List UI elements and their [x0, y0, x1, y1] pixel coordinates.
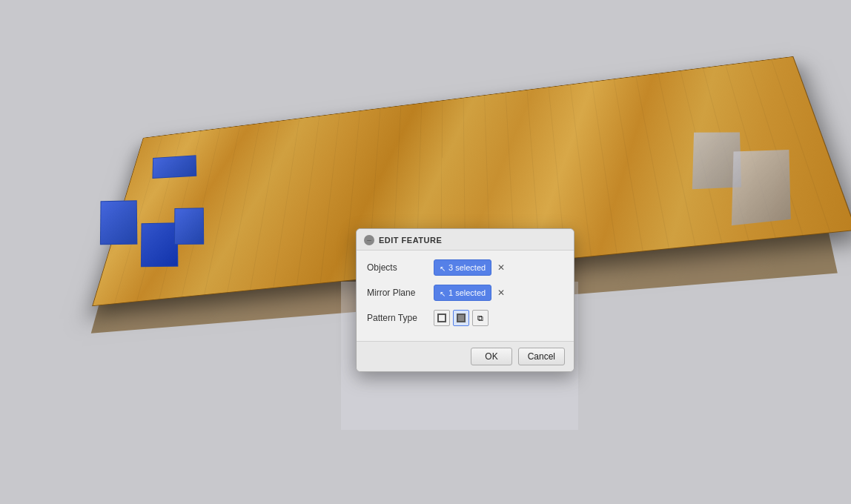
mirror-plane-row: Mirror Plane 1 selected ✕ [367, 283, 563, 302]
edit-feature-dialog[interactable]: EDIT FEATURE Objects 3 selected ✕ Mirror… [356, 228, 574, 372]
mirror-plane-selection-text: 1 selected [448, 288, 486, 297]
dialog-header: EDIT FEATURE [357, 229, 574, 251]
dialog-minus-icon[interactable] [364, 235, 374, 245]
objects-selection-text: 3 selected [448, 263, 486, 272]
blue-bracket-3 [174, 208, 204, 245]
pattern-empty-icon [437, 314, 446, 322]
pattern-type-square-button[interactable] [453, 310, 469, 326]
objects-row: Objects 3 selected ✕ [367, 258, 563, 277]
gray-bracket-2 [732, 150, 791, 225]
dialog-body: Objects 3 selected ✕ Mirror Plane 1 sele… [357, 251, 574, 341]
pattern-type-empty-button[interactable] [434, 310, 450, 326]
pattern-copy-icon: ⧉ [477, 314, 483, 323]
pattern-type-row: Pattern Type ⧉ [367, 308, 563, 328]
dialog-footer: OK Cancel [357, 341, 574, 371]
objects-clear-button[interactable]: ✕ [496, 262, 506, 273]
pattern-type-label: Pattern Type [367, 313, 434, 323]
pattern-type-controls: ⧉ [434, 310, 489, 326]
ok-button[interactable]: OK [471, 348, 511, 365]
dialog-title: EDIT FEATURE [379, 236, 442, 245]
mirror-plane-clear-button[interactable]: ✕ [496, 288, 506, 298]
objects-selection-button[interactable]: 3 selected [434, 259, 491, 276]
blue-bracket-1 [100, 200, 137, 245]
pattern-type-copy-button[interactable]: ⧉ [472, 310, 489, 326]
blue-bracket-top [152, 155, 196, 179]
cursor-icon-objects [440, 264, 446, 271]
pattern-filled-icon [457, 314, 466, 322]
cursor-icon-mirror [440, 289, 446, 296]
objects-label: Objects [367, 262, 434, 273]
mirror-plane-label: Mirror Plane [367, 288, 434, 298]
cancel-button[interactable]: Cancel [518, 348, 565, 365]
mirror-plane-selection-button[interactable]: 1 selected [434, 285, 491, 301]
blue-bracket-2 [141, 222, 178, 267]
